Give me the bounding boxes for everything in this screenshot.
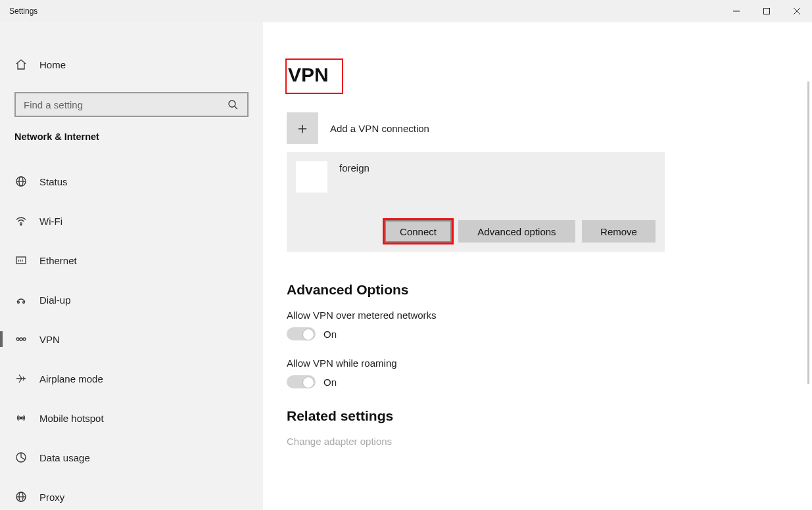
search-icon	[226, 98, 239, 111]
page-title: VPN	[285, 58, 343, 94]
metered-networks-state: On	[323, 329, 337, 340]
sidebar-item-label: Mobile hotspot	[39, 413, 104, 424]
home-nav[interactable]: Home	[0, 49, 263, 80]
svg-point-18	[23, 338, 26, 340]
ethernet-icon	[14, 254, 28, 267]
close-button[interactable]	[782, 0, 812, 22]
hotspot-icon	[14, 411, 28, 425]
svg-point-4	[229, 101, 235, 107]
vpn-icon	[14, 333, 28, 346]
home-label: Home	[39, 59, 66, 70]
sidebar-item-dialup[interactable]: Dial-up	[0, 280, 263, 319]
svg-rect-1	[764, 9, 770, 14]
minimize-button[interactable]	[721, 0, 752, 22]
roaming-state: On	[323, 377, 337, 388]
sidebar-item-status[interactable]: Status	[0, 162, 263, 201]
connect-button[interactable]: Connect	[385, 220, 452, 243]
sidebar-item-label: VPN	[39, 334, 60, 345]
advanced-options-button[interactable]: Advanced options	[458, 220, 575, 243]
advanced-options-heading: Advanced Options	[287, 282, 799, 298]
svg-point-19	[20, 417, 22, 419]
svg-point-16	[23, 302, 25, 304]
search-box[interactable]	[14, 92, 249, 117]
sidebar-item-wifi[interactable]: Wi-Fi	[0, 201, 263, 241]
maximize-button[interactable]	[752, 0, 782, 22]
vpn-connection-icon	[296, 161, 327, 193]
sidebar-item-label: Dial-up	[39, 294, 71, 306]
svg-line-5	[235, 106, 237, 109]
metered-networks-label: Allow VPN over metered networks	[287, 310, 799, 321]
svg-point-17	[16, 338, 19, 340]
sidebar-item-label: Proxy	[39, 492, 64, 503]
sidebar-item-label: Ethernet	[39, 255, 77, 266]
add-vpn-connection[interactable]: ＋ Add a VPN connection	[287, 112, 799, 144]
sidebar-item-ethernet[interactable]: Ethernet	[0, 241, 263, 280]
airplane-icon	[14, 372, 28, 385]
sidebar-item-datausage[interactable]: Data usage	[0, 438, 263, 477]
titlebar: Settings	[0, 0, 812, 22]
globe-icon	[14, 175, 28, 188]
content-area: VPN ＋ Add a VPN connection foreign Conne…	[263, 22, 812, 510]
chart-pie-icon	[14, 451, 28, 464]
home-icon	[14, 58, 28, 71]
related-settings-heading: Related settings	[287, 408, 799, 424]
roaming-label: Allow VPN while roaming	[287, 358, 799, 369]
sidebar-item-label: Data usage	[39, 452, 90, 463]
scrollbar[interactable]	[807, 81, 809, 384]
sidebar-item-label: Airplane mode	[39, 373, 103, 384]
add-vpn-label: Add a VPN connection	[330, 123, 429, 134]
svg-point-15	[18, 302, 20, 304]
sidebar-item-vpn[interactable]: VPN	[0, 319, 263, 359]
window-title: Settings	[0, 7, 37, 16]
roaming-toggle[interactable]	[287, 375, 316, 388]
sidebar-item-hotspot[interactable]: Mobile hotspot	[0, 398, 263, 438]
sidebar-item-proxy[interactable]: Proxy	[0, 477, 263, 510]
dialup-icon	[14, 293, 28, 306]
proxy-icon	[14, 490, 28, 503]
search-input[interactable]	[24, 99, 239, 110]
remove-button[interactable]: Remove	[582, 220, 656, 243]
metered-networks-toggle[interactable]	[287, 327, 316, 340]
sidebar-category-title: Network & Internet	[0, 131, 263, 142]
sidebar-item-airplane[interactable]: Airplane mode	[0, 359, 263, 398]
sidebar: Home Network & Internet Status Wi-Fi Eth…	[0, 22, 263, 510]
vpn-connection-name: foreign	[339, 161, 370, 174]
sidebar-item-label: Status	[39, 176, 68, 187]
change-adapter-link[interactable]: Change adapter options	[287, 436, 799, 447]
vpn-connection-card[interactable]: foreign Connect Advanced options Remove	[287, 152, 665, 252]
wifi-icon	[14, 214, 28, 227]
sidebar-item-label: Wi-Fi	[39, 216, 62, 227]
plus-icon: ＋	[287, 112, 318, 144]
svg-point-9	[20, 224, 22, 225]
